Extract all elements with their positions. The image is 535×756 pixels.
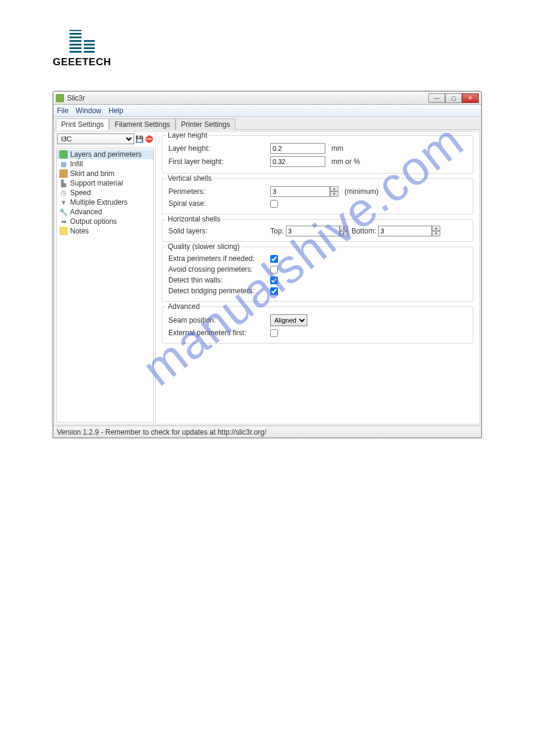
bottom-label: Bottom:: [352, 227, 376, 235]
menu-help[interactable]: Help: [108, 107, 123, 115]
sidebar-item-notes[interactable]: Notes: [57, 226, 153, 236]
infill-icon: ▦: [59, 160, 68, 168]
perimeters-label: Perimeters:: [168, 187, 270, 196]
preset-select[interactable]: I3C: [57, 133, 134, 144]
logo-icon: [69, 30, 95, 55]
sidebar-item-label: Speed: [70, 189, 91, 197]
menubar: File Window Help: [53, 105, 481, 117]
sidebar-item-label: Support material: [70, 179, 123, 187]
top-label: Top:: [270, 227, 284, 235]
extra-perimeters-checkbox[interactable]: [270, 255, 278, 263]
extruders-icon: ▼: [59, 198, 68, 207]
sidebar-item-advanced[interactable]: 🔧 Advanced: [57, 207, 153, 217]
bridging-checkbox[interactable]: [270, 287, 278, 295]
group-title: Advanced: [166, 302, 201, 311]
layer-height-label: Layer height:: [168, 144, 270, 153]
spinner-up-icon[interactable]: ▲: [432, 226, 440, 231]
first-layer-input[interactable]: [270, 156, 325, 167]
sidebar: I3C 💾 ⛔ Layers and perimeters ▦ Infill S…: [55, 132, 156, 424]
layers-icon: [59, 150, 68, 159]
tab-print-settings[interactable]: Print Settings: [56, 119, 109, 130]
titlebar: Slic3r — ▢ ✕: [53, 92, 481, 105]
layer-height-input[interactable]: [270, 143, 325, 154]
advanced-icon: 🔧: [59, 208, 68, 216]
save-preset-icon[interactable]: 💾: [135, 135, 144, 143]
first-layer-label: First layer height:: [168, 157, 270, 166]
statusbar: Version 1.2.9 - Remember to check for up…: [53, 426, 481, 438]
bridging-label: Detect bridging perimeters:: [168, 287, 270, 295]
status-text: Version 1.2.9 - Remember to check for up…: [57, 428, 267, 436]
sidebar-item-output[interactable]: ➡ Output options: [57, 217, 153, 226]
spiral-vase-checkbox[interactable]: [270, 200, 278, 208]
group-vertical-shells: Vertical shells Perimeters: ▲ ▼ (minimum…: [162, 178, 473, 214]
sidebar-item-label: Skirt and brim: [70, 169, 114, 178]
sidebar-item-support[interactable]: ▙ Support material: [57, 178, 153, 188]
spinner-down-icon[interactable]: ▼: [340, 231, 348, 236]
group-layer-height: Layer height Layer height: mm First laye…: [162, 135, 473, 174]
sidebar-item-label: Advanced: [70, 208, 102, 216]
seam-position-label: Seam position:: [168, 316, 270, 324]
layer-height-unit: mm: [331, 144, 343, 153]
menu-window[interactable]: Window: [75, 107, 101, 115]
spinner-up-icon[interactable]: ▲: [330, 186, 338, 192]
close-button[interactable]: ✕: [462, 93, 479, 103]
tab-filament-settings[interactable]: Filament Settings: [109, 119, 176, 130]
perimeters-unit: (minimum): [344, 187, 379, 196]
thin-walls-checkbox[interactable]: [270, 277, 278, 284]
seam-position-select[interactable]: Aligned: [270, 314, 307, 326]
app-window: Slic3r — ▢ ✕ File Window Help Print Sett…: [53, 91, 482, 438]
tab-printer-settings[interactable]: Printer Settings: [176, 119, 235, 130]
speed-icon: ◷: [59, 189, 68, 197]
sidebar-item-label: Layers and perimeters: [70, 150, 141, 159]
window-title: Slic3r: [67, 94, 428, 102]
support-icon: ▙: [59, 179, 68, 187]
spiral-vase-label: Spiral vase:: [168, 199, 270, 208]
brand-name: GEEETECH: [53, 56, 111, 68]
extra-perimeters-label: Extra perimeters if needed:: [168, 254, 270, 263]
sidebar-item-label: Multiple Extruders: [70, 198, 128, 207]
group-title: Vertical shells: [166, 174, 213, 183]
minimize-button[interactable]: —: [428, 93, 445, 103]
avoid-crossing-label: Avoid crossing perimeters:: [168, 265, 270, 274]
group-title: Horizontal shells: [166, 215, 222, 223]
sidebar-item-label: Infill: [70, 160, 83, 168]
solid-layers-label: Solid layers:: [168, 227, 270, 235]
group-title: Quality (slower slicing): [166, 242, 241, 251]
sidebar-item-label: Output options: [70, 217, 117, 226]
skirt-icon: [59, 169, 68, 178]
tabbar: Print Settings Filament Settings Printer…: [53, 117, 481, 130]
sidebar-item-extruders[interactable]: ▼ Multiple Extruders: [57, 198, 153, 207]
top-layers-input[interactable]: [286, 226, 340, 236]
brand-logo: GEEETECH: [53, 30, 111, 68]
sidebar-item-speed[interactable]: ◷ Speed: [57, 188, 153, 198]
spinner-up-icon[interactable]: ▲: [340, 226, 348, 231]
sidebar-item-layers[interactable]: Layers and perimeters: [57, 150, 153, 159]
thin-walls-label: Detect thin walls:: [168, 276, 270, 284]
bottom-layers-input[interactable]: [378, 226, 432, 236]
ext-first-label: External perimeters first:: [168, 329, 270, 337]
content-panel: Layer height Layer height: mm First laye…: [156, 132, 479, 424]
menu-file[interactable]: File: [57, 107, 68, 115]
sidebar-item-infill[interactable]: ▦ Infill: [57, 159, 153, 169]
notes-icon: [59, 227, 68, 235]
app-icon: [56, 94, 64, 102]
ext-first-checkbox[interactable]: [270, 329, 278, 337]
group-advanced: Advanced Seam position: Aligned External…: [162, 306, 473, 344]
sidebar-item-label: Notes: [70, 227, 89, 235]
group-horizontal-shells: Horizontal shells Solid layers: Top: ▲ ▼…: [162, 219, 473, 242]
perimeters-input[interactable]: [270, 186, 330, 197]
spinner-down-icon[interactable]: ▼: [432, 231, 440, 236]
avoid-crossing-checkbox[interactable]: [270, 266, 278, 274]
maximize-button[interactable]: ▢: [445, 93, 462, 103]
group-quality: Quality (slower slicing) Extra perimeter…: [162, 247, 473, 302]
spinner-down-icon[interactable]: ▼: [330, 192, 338, 197]
output-icon: ➡: [59, 217, 68, 226]
delete-preset-icon[interactable]: ⛔: [145, 135, 153, 143]
group-title: Layer height: [166, 132, 209, 139]
settings-tree: Layers and perimeters ▦ Infill Skirt and…: [56, 148, 154, 423]
first-layer-unit: mm or %: [331, 157, 360, 166]
sidebar-item-skirt[interactable]: Skirt and brim: [57, 169, 153, 178]
